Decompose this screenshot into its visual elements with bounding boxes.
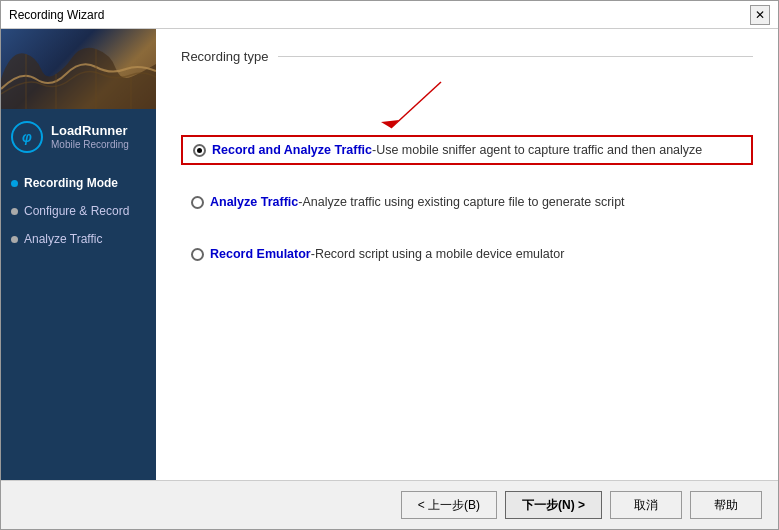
help-button[interactable]: 帮助 (690, 491, 762, 519)
close-button[interactable]: ✕ (750, 5, 770, 25)
nav-label-recording-mode: Recording Mode (24, 176, 118, 190)
section-title-row: Recording type (181, 49, 753, 64)
radio-option-record-analyze[interactable]: Record and Analyze Traffic - Use mobile … (181, 135, 753, 165)
annotation-area (181, 80, 753, 135)
svg-line-4 (391, 82, 441, 128)
dialog-footer: < 上一步(B) 下一步(N) > 取消 帮助 (1, 480, 778, 529)
radio-main-label-analyze-traffic: Analyze Traffic (210, 195, 298, 209)
section-title-divider (278, 56, 753, 57)
nav-dot-recording-mode (11, 180, 18, 187)
sidebar-header-image (1, 29, 156, 109)
radio-text-analyze-traffic: Analyze Traffic - Analyze traffic using … (210, 195, 625, 209)
nav-label-analyze-traffic: Analyze Traffic (24, 232, 102, 246)
radio-main-label-record-analyze: Record and Analyze Traffic (212, 143, 372, 157)
sidebar-nav: Recording Mode Configure & Record Analyz… (1, 161, 156, 480)
radio-circle-record-analyze (193, 144, 206, 157)
radio-circle-analyze-traffic (191, 196, 204, 209)
title-bar: Recording Wizard ✕ (1, 1, 778, 29)
sidebar-item-analyze-traffic[interactable]: Analyze Traffic (1, 225, 156, 253)
next-button[interactable]: 下一步(N) > (505, 491, 602, 519)
nav-dot-configure-record (11, 208, 18, 215)
sidebar-brand: LoadRunner Mobile Recording (51, 123, 129, 151)
radio-option-record-emulator[interactable]: Record Emulator - Record script using a … (181, 239, 753, 269)
radio-desc-record-emulator: Record script using a mobile device emul… (315, 247, 564, 261)
dialog-window: Recording Wizard ✕ (0, 0, 779, 530)
radio-desc-record-analyze: Use mobile sniffer agent to capture traf… (376, 143, 702, 157)
sidebar-logo-area: φ LoadRunner Mobile Recording (1, 109, 156, 161)
hp-logo: φ (11, 121, 43, 153)
section-title-text: Recording type (181, 49, 268, 64)
nav-dot-analyze-traffic (11, 236, 18, 243)
radio-main-label-record-emulator: Record Emulator (210, 247, 311, 261)
radio-text-record-analyze: Record and Analyze Traffic - Use mobile … (212, 143, 702, 157)
sidebar: φ LoadRunner Mobile Recording Recording … (1, 29, 156, 480)
main-content: Recording type Record and Analyze Traffi… (156, 29, 778, 480)
dialog-body: φ LoadRunner Mobile Recording Recording … (1, 29, 778, 480)
radio-desc-analyze-traffic: Analyze traffic using existing capture f… (302, 195, 624, 209)
radio-option-analyze-traffic[interactable]: Analyze Traffic - Analyze traffic using … (181, 187, 753, 217)
sidebar-item-recording-mode[interactable]: Recording Mode (1, 169, 156, 197)
radio-circle-record-emulator (191, 248, 204, 261)
brand-main: LoadRunner (51, 123, 129, 139)
nav-label-configure-record: Configure & Record (24, 204, 129, 218)
dialog-title: Recording Wizard (9, 8, 104, 22)
radio-text-record-emulator: Record Emulator - Record script using a … (210, 247, 564, 261)
back-button[interactable]: < 上一步(B) (401, 491, 497, 519)
brand-sub: Mobile Recording (51, 139, 129, 151)
annotation-arrow-svg (361, 80, 481, 135)
cancel-button[interactable]: 取消 (610, 491, 682, 519)
sidebar-item-configure-record[interactable]: Configure & Record (1, 197, 156, 225)
